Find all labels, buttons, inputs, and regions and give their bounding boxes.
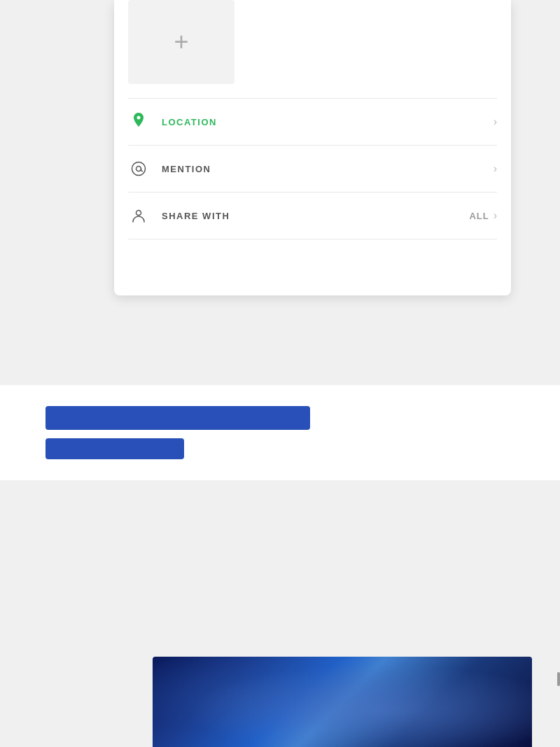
svg-point-0: [137, 116, 141, 120]
location-row[interactable]: LOCATION ›: [114, 99, 511, 145]
mention-chevron: ›: [493, 162, 497, 175]
location-chevron: ›: [493, 116, 497, 128]
text-bar-secondary: [46, 438, 184, 459]
svg-point-3: [136, 211, 141, 216]
plus-icon: +: [174, 29, 188, 55]
svg-point-2: [136, 167, 141, 172]
location-label: LOCATION: [162, 117, 493, 127]
person-icon: [128, 205, 149, 226]
at-icon: [128, 158, 149, 179]
scroll-indicator[interactable]: [557, 672, 560, 686]
share-with-row[interactable]: SHARE WITH ALL ›: [114, 193, 511, 239]
mention-row[interactable]: MENTION ›: [114, 146, 511, 192]
divider-4: [128, 239, 497, 239]
share-with-chevron: ›: [493, 209, 497, 222]
post-options-card: + LOCATION › MENTION ›: [114, 0, 511, 295]
add-photo-button[interactable]: +: [128, 0, 234, 84]
text-bar-primary: [46, 406, 310, 430]
mention-label: MENTION: [162, 164, 493, 174]
svg-point-1: [132, 162, 146, 176]
bottom-image: [153, 657, 532, 747]
location-icon: [128, 111, 149, 132]
share-with-value: ALL: [469, 211, 489, 221]
share-with-label: SHARE WITH: [162, 211, 469, 221]
content-section: [0, 385, 560, 480]
image-overlay: [153, 657, 532, 747]
